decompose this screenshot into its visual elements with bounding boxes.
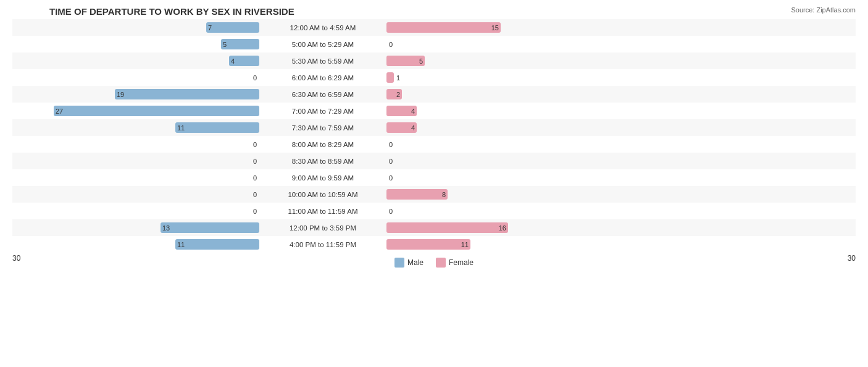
chart-row: 1312:00 PM to 3:59 PM16 <box>12 219 856 236</box>
male-side: 13 <box>12 222 259 233</box>
chart-title: TIME OF DEPARTURE TO WORK BY SEX IN RIVE… <box>12 6 856 17</box>
male-side: 0 <box>12 158 259 165</box>
female-value-zero: 0 <box>389 174 393 182</box>
axis-label-right: 30 <box>848 254 856 268</box>
time-label: 6:00 AM to 6:29 AM <box>259 74 386 82</box>
female-bar: 2 <box>386 89 402 99</box>
legend-female: Female <box>436 258 474 268</box>
time-label: 12:00 PM to 3:59 PM <box>259 224 386 232</box>
chart-row: 712:00 AM to 4:59 AM15 <box>12 19 856 36</box>
male-side: 11 <box>12 239 259 250</box>
female-bar-value: 16 <box>499 224 506 232</box>
time-label: 8:00 AM to 8:29 AM <box>259 141 386 148</box>
chart-row: 09:00 AM to 9:59 AM0 <box>12 169 856 186</box>
chart-row: 114:00 PM to 11:59 PM11 <box>12 236 856 253</box>
time-label: 5:00 AM to 5:29 AM <box>259 41 386 48</box>
female-bar: 4 <box>386 106 417 116</box>
female-side: 5 <box>386 56 633 66</box>
male-bar: 19 <box>115 89 259 99</box>
chart-row: 06:00 AM to 6:29 AM1 <box>12 69 856 86</box>
female-bar-value: 4 <box>411 124 415 132</box>
female-side: 15 <box>386 22 633 33</box>
male-value-zero: 0 <box>253 158 257 165</box>
time-label: 9:00 AM to 9:59 AM <box>259 174 386 182</box>
chart-row: 196:30 AM to 6:59 AM2 <box>12 86 856 103</box>
chart-row: 010:00 AM to 10:59 AM8 <box>12 186 856 203</box>
female-side: 0 <box>386 41 633 48</box>
male-value-zero: 0 <box>253 208 257 215</box>
male-bar-value: 5 <box>223 41 227 48</box>
male-bar-value: 4 <box>231 57 235 65</box>
male-bar: 5 <box>221 39 259 49</box>
male-side: 19 <box>12 89 259 99</box>
male-side: 27 <box>12 106 259 116</box>
female-bar-value: 11 <box>461 241 469 248</box>
time-label: 11:00 AM to 11:59 AM <box>259 208 386 215</box>
female-value-zero: 0 <box>389 141 393 148</box>
chart-row: 55:00 AM to 5:29 AM0 <box>12 36 856 53</box>
legend-male-box <box>394 258 404 268</box>
legend: Male Female <box>394 258 474 268</box>
female-side: 8 <box>386 189 633 200</box>
legend-female-box <box>436 258 446 268</box>
chart-row: 117:30 AM to 7:59 AM4 <box>12 119 856 136</box>
time-label: 4:00 PM to 11:59 PM <box>259 241 386 248</box>
female-side: 0 <box>386 141 633 148</box>
chart-row: 277:00 AM to 7:29 AM4 <box>12 103 856 119</box>
male-side: 4 <box>12 56 259 66</box>
female-bar-value: 5 <box>419 57 423 65</box>
female-bar: 11 <box>386 239 470 250</box>
male-side: 0 <box>12 208 259 215</box>
male-bar-value: 11 <box>177 241 185 248</box>
male-bar: 11 <box>175 239 259 250</box>
female-side: 11 <box>386 239 633 250</box>
male-bar: 27 <box>54 106 259 116</box>
chart-row: 45:30 AM to 5:59 AM5 <box>12 53 856 69</box>
time-label: 6:30 AM to 6:59 AM <box>259 91 386 98</box>
chart-rows-wrapper: 712:00 AM to 4:59 AM1555:00 AM to 5:29 A… <box>12 19 856 253</box>
female-bar: 4 <box>386 122 417 133</box>
male-bar-value: 7 <box>208 24 212 32</box>
female-bar-value: 15 <box>491 24 499 32</box>
male-side: 0 <box>12 141 259 148</box>
male-bar: 13 <box>161 222 259 233</box>
female-value-zero: 0 <box>389 41 393 48</box>
time-label: 12:00 AM to 4:59 AM <box>259 24 386 32</box>
female-bar-value: 2 <box>396 91 400 98</box>
legend-female-label: Female <box>449 258 474 267</box>
male-side: 0 <box>12 74 259 82</box>
male-bar-value: 13 <box>162 224 170 232</box>
chart-row: 08:30 AM to 8:59 AM0 <box>12 153 856 169</box>
female-bar-value: 8 <box>442 191 446 198</box>
female-value-zero: 0 <box>389 208 393 215</box>
time-label: 7:00 AM to 7:29 AM <box>259 108 386 115</box>
male-side: 5 <box>12 39 259 49</box>
female-value-zero: 0 <box>389 158 393 165</box>
female-bar <box>386 72 394 83</box>
source-text: Source: ZipAtlas.com <box>791 6 856 14</box>
male-side: 7 <box>12 22 259 33</box>
male-value-zero: 0 <box>253 141 257 148</box>
male-bar-value: 11 <box>177 124 185 132</box>
female-side: 0 <box>386 158 633 165</box>
male-value-zero: 0 <box>253 174 257 182</box>
female-bar-value: 4 <box>411 108 415 115</box>
male-bar: 7 <box>206 22 259 33</box>
female-side: 0 <box>386 208 633 215</box>
male-side: 11 <box>12 122 259 133</box>
male-side: 0 <box>12 174 259 182</box>
male-bar-value: 19 <box>117 91 124 98</box>
male-value-zero: 0 <box>253 191 257 198</box>
female-side: 4 <box>386 106 633 116</box>
bottom-row: 30 Male Female 30 <box>12 254 856 268</box>
male-bar: 11 <box>175 122 259 133</box>
female-bar: 8 <box>386 189 448 200</box>
legend-male-label: Male <box>407 258 424 267</box>
time-label: 7:30 AM to 7:59 AM <box>259 124 386 132</box>
male-bar: 4 <box>229 56 259 66</box>
female-side: 0 <box>386 174 633 182</box>
male-value-zero: 0 <box>253 74 257 82</box>
female-bar: 5 <box>386 56 425 66</box>
time-label: 8:30 AM to 8:59 AM <box>259 158 386 165</box>
axis-label-left: 30 <box>12 254 20 268</box>
